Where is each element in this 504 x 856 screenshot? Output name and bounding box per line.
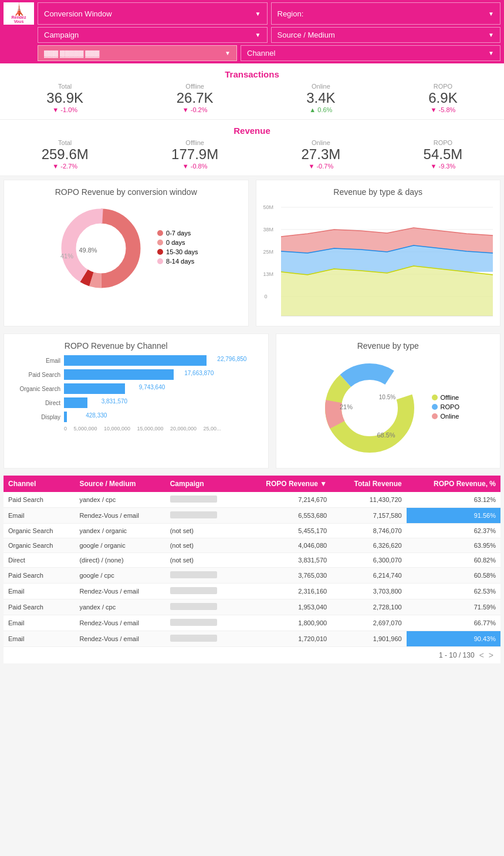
svg-text:41%: 41%	[60, 252, 73, 260]
source-cell: Rendez-Vous / email	[75, 631, 165, 647]
ropo-pct-cell: 62.53%	[407, 584, 500, 599]
table-row: Email Rendez-Vous / email 1,720,010 1,90…	[4, 631, 500, 647]
filter-row-2: Campaign ▼ Source / Medium ▼	[4, 27, 500, 43]
total-rev-cell: 6,214,740	[332, 568, 407, 584]
charts-row-2: ROPO Revenue by Channel Email 22,796,850…	[0, 330, 504, 472]
y-label-25m: 25M	[263, 249, 274, 255]
campaign-cell: (not set)	[165, 524, 239, 538]
legend-ropo: ROPO	[432, 403, 459, 410]
bar-fill-display: 428,330	[64, 412, 67, 422]
col-ropo-pct: ROPO Revenue, %	[407, 476, 500, 492]
ropo-rev-cell: 7,214,670	[239, 492, 332, 508]
channel-cell: Email	[4, 631, 75, 647]
col-campaign: Campaign	[165, 476, 239, 492]
bar-fill-paid-search: 17,663,870	[64, 369, 174, 380]
filter-bar: 🗼 RendezVous Conversion Window ▼ Region:…	[0, 0, 504, 63]
y-label-50m: 50M	[263, 204, 274, 210]
transactions-offline: Offline 26.7K ▼ -0.2%	[177, 83, 214, 113]
revenue-area-chart: 50M 38M 25M 13M 0	[263, 201, 493, 319]
legend-15-30-days: 15-30 days	[157, 248, 198, 255]
dropdown-arrow: ▼	[255, 11, 261, 17]
ropo-rev-cell: 6,553,680	[239, 508, 332, 524]
date-range-filter[interactable]: ▓▓▓ ▓▓▓▓▓ ▓▓▓ ▼	[38, 45, 237, 61]
ropo-rev-cell: 1,953,040	[239, 599, 332, 615]
transactions-total: Total 36.9K ▼ -1.0%	[46, 83, 83, 113]
legend-online: Online	[432, 413, 459, 420]
campaign-cell	[165, 615, 239, 631]
ropo-pct-cell: 60.58%	[407, 568, 500, 584]
revenue-type-title: Revenue by type	[283, 341, 493, 351]
dropdown-arrow: ▼	[255, 32, 261, 38]
ropo-bar-chart: Email 22,796,850 Paid Search 17,663,870 …	[11, 355, 221, 432]
transactions-section: Transactions Total 36.9K ▼ -1.0% Offline…	[0, 63, 504, 120]
prev-page-button[interactable]: <	[479, 651, 484, 660]
channel-cell: Paid Search	[4, 599, 75, 615]
charts-row-1: ROPO Revenue by conversion window 49.8% …	[0, 176, 504, 330]
ropo-donut-container: 49.8% 41% 0-7 days 0 days 15-30 days	[11, 201, 241, 295]
total-rev-cell: 6,300,070	[332, 553, 407, 568]
svg-point-19	[347, 386, 392, 430]
campaign-cell	[165, 568, 239, 584]
revenue-row: Total 259.6M ▼ -2.7% Offline 177.9M ▼ -0…	[0, 139, 504, 170]
region-filter[interactable]: Region: ▼	[271, 2, 501, 25]
legend-dot	[157, 240, 163, 245]
col-total-revenue: Total Revenue	[332, 476, 407, 492]
legend-dot	[157, 249, 163, 255]
ropo-pct-cell: 71.59%	[407, 599, 500, 615]
bar-fill-organic-search: 9,743,640	[64, 383, 125, 394]
svg-text:21%: 21%	[340, 403, 353, 410]
ropo-rev-cell: 1,800,900	[239, 615, 332, 631]
conversion-window-filter[interactable]: Conversion Window ▼	[38, 2, 268, 25]
y-label-38m: 38M	[263, 227, 274, 232]
campaign-cell	[165, 631, 239, 647]
ropo-pct-cell: 63.12%	[407, 492, 500, 508]
legend-8-14-days: 8-14 days	[157, 258, 198, 265]
ropo-donut-title: ROPO Revenue by conversion window	[11, 187, 241, 197]
bar-row-email: Email 22,796,850	[11, 355, 221, 366]
channel-cell: Email	[4, 615, 75, 631]
source-cell: (direct) / (none)	[75, 553, 165, 568]
legend-dot-offline	[432, 395, 438, 400]
revenue-title: Revenue	[0, 126, 504, 136]
channel-cell: Email	[4, 584, 75, 599]
channel-filter[interactable]: Channel ▼	[241, 45, 500, 61]
total-rev-cell: 3,703,800	[332, 584, 407, 599]
total-rev-cell: 6,326,620	[332, 538, 407, 553]
campaign-filter[interactable]: Campaign ▼	[38, 27, 268, 43]
revenue-type-card: Revenue by type 10.5% 21% 68.5%	[276, 333, 501, 469]
table-row: Email Rendez-Vous / email 2,316,160 3,70…	[4, 584, 500, 599]
ropo-rev-cell: 3,831,570	[239, 553, 332, 568]
total-rev-cell: 1,901,960	[332, 631, 407, 647]
table-row: Email Rendez-Vous / email 6,553,680 7,15…	[4, 508, 500, 524]
source-cell: yandex / cpc	[75, 492, 165, 508]
ropo-pct-cell: 60.82%	[407, 553, 500, 568]
total-rev-cell: 2,697,070	[332, 615, 407, 631]
source-medium-filter[interactable]: Source / Medium ▼	[271, 27, 501, 43]
revenue-area-title: Revenue by type & days	[263, 187, 493, 197]
ropo-rev-cell: 4,046,080	[239, 538, 332, 553]
next-page-button[interactable]: >	[489, 651, 493, 660]
ropo-bar-title: ROPO Revenue by Channel	[11, 341, 221, 351]
table-row: Paid Search yandex / cpc 7,214,670 11,43…	[4, 492, 500, 508]
dropdown-arrow: ▼	[225, 50, 231, 56]
col-source-medium: Source / Medium	[75, 476, 165, 492]
ropo-rev-cell: 2,316,160	[239, 584, 332, 599]
col-channel: Channel	[4, 476, 75, 492]
revenue-offline: Offline 177.9M ▼ -0.8%	[171, 139, 218, 170]
col-ropo-revenue: ROPO Revenue ▼	[239, 476, 332, 492]
channel-cell: Paid Search	[4, 492, 75, 508]
y-label-13m: 13M	[263, 271, 274, 277]
revenue-type-legend: Offline ROPO Online	[432, 394, 459, 422]
dropdown-arrow: ▼	[488, 11, 494, 17]
ropo-pct-cell: 62.37%	[407, 524, 500, 538]
source-cell: google / organic	[75, 538, 165, 553]
bar-fill-email: 22,796,850	[64, 355, 207, 366]
revenue-ropo: ROPO 54.5M ▼ -9.3%	[424, 139, 463, 170]
ropo-donut-card: ROPO Revenue by conversion window 49.8% …	[4, 180, 249, 326]
table-row: Email Rendez-Vous / email 1,800,900 2,69…	[4, 615, 500, 631]
logo: 🗼 RendezVous	[12, 4, 26, 23]
svg-text:68.5%: 68.5%	[377, 432, 395, 439]
transactions-ropo: ROPO 6.9K ▼ -5.8%	[428, 83, 457, 113]
transactions-row: Total 36.9K ▼ -1.0% Offline 26.7K ▼ -0.2…	[0, 83, 504, 113]
svg-text:49.8%: 49.8%	[79, 247, 97, 254]
